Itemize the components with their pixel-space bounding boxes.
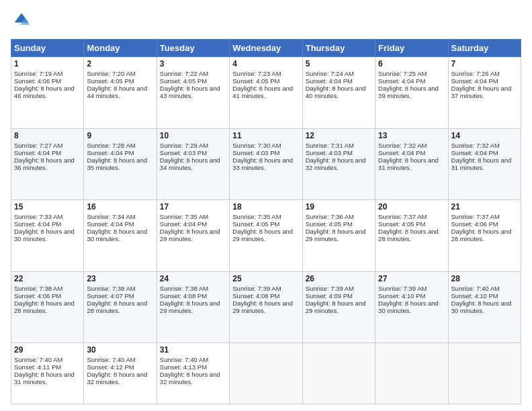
day-number: 19 [306, 202, 372, 212]
sunrise-label: Sunrise: 7:32 AM [378, 142, 427, 149]
sunrise-label: Sunrise: 7:27 AM [14, 142, 62, 149]
sunrise-label: Sunrise: 7:28 AM [87, 142, 135, 149]
day-number: 8 [14, 131, 81, 140]
calendar-cell: 8 Sunrise: 7:27 AM Sunset: 4:04 PM Dayli… [11, 128, 84, 200]
daylight-label: Daylight: 8 hours and 30 minutes. [378, 300, 439, 314]
calendar-cell: 23 Sunrise: 7:38 AM Sunset: 4:07 PM Dayl… [84, 271, 157, 343]
sunset-label: Sunset: 4:03 PM [160, 149, 207, 156]
sunset-label: Sunset: 4:05 PM [306, 220, 353, 228]
sunset-label: Sunset: 4:12 PM [87, 363, 134, 371]
sunrise-label: Sunrise: 7:32 AM [451, 142, 500, 149]
daylight-label: Daylight: 8 hours and 31 minutes. [451, 156, 512, 171]
calendar-cell: 2 Sunrise: 7:20 AM Sunset: 4:05 PM Dayli… [84, 57, 157, 129]
daylight-label: Daylight: 8 hours and 43 minutes. [160, 85, 220, 99]
sunrise-label: Sunrise: 7:37 AM [378, 213, 427, 220]
sunrise-label: Sunrise: 7:40 AM [451, 285, 500, 292]
sunrise-label: Sunrise: 7:30 AM [232, 142, 281, 149]
daylight-label: Daylight: 8 hours and 30 minutes. [451, 300, 512, 314]
calendar-cell: 9 Sunrise: 7:28 AM Sunset: 4:04 PM Dayli… [84, 128, 157, 200]
calendar-cell: 28 Sunrise: 7:40 AM Sunset: 4:10 PM Dayl… [448, 271, 521, 343]
daylight-label: Daylight: 8 hours and 44 minutes. [87, 85, 147, 99]
sunset-label: Sunset: 4:03 PM [232, 149, 279, 156]
logo-icon [12, 11, 31, 30]
sunset-label: Sunset: 4:06 PM [14, 292, 61, 300]
calendar-cell: 18 Sunrise: 7:35 AM Sunset: 4:05 PM Dayl… [230, 200, 302, 272]
day-number: 1 [14, 59, 81, 68]
day-number: 6 [378, 59, 445, 68]
day-number: 31 [160, 345, 226, 355]
calendar-cell: 29 Sunrise: 7:40 AM Sunset: 4:11 PM Dayl… [11, 343, 84, 404]
daylight-label: Daylight: 8 hours and 29 minutes. [160, 228, 220, 242]
sunset-label: Sunset: 4:10 PM [451, 292, 498, 300]
calendar-cell: 31 Sunrise: 7:40 AM Sunset: 4:13 PM Dayl… [157, 343, 229, 404]
sunrise-label: Sunrise: 7:35 AM [160, 213, 208, 220]
sunrise-label: Sunrise: 7:40 AM [14, 356, 62, 363]
daylight-label: Daylight: 8 hours and 36 minutes. [14, 156, 75, 171]
day-number: 10 [160, 131, 226, 140]
day-number: 30 [87, 345, 153, 355]
day-number: 25 [232, 274, 299, 283]
day-number: 20 [378, 202, 445, 212]
daylight-label: Daylight: 8 hours and 37 minutes. [451, 85, 512, 99]
sunset-label: Sunset: 4:06 PM [14, 77, 61, 85]
sunset-label: Sunset: 4:04 PM [160, 220, 207, 228]
calendar-cell: 13 Sunrise: 7:32 AM Sunset: 4:04 PM Dayl… [375, 128, 448, 200]
daylight-label: Daylight: 8 hours and 29 minutes. [232, 228, 293, 242]
day-number: 9 [87, 131, 153, 140]
day-number: 15 [14, 202, 81, 212]
calendar-cell: 4 Sunrise: 7:23 AM Sunset: 4:05 PM Dayli… [230, 57, 302, 129]
calendar-cell: 17 Sunrise: 7:35 AM Sunset: 4:04 PM Dayl… [157, 200, 229, 272]
sunset-label: Sunset: 4:06 PM [451, 220, 498, 228]
daylight-label: Daylight: 8 hours and 30 minutes. [14, 228, 75, 242]
calendar-cell: 15 Sunrise: 7:33 AM Sunset: 4:04 PM Dayl… [11, 200, 84, 272]
daylight-label: Daylight: 8 hours and 30 minutes. [87, 228, 147, 242]
sunset-label: Sunset: 4:08 PM [232, 292, 279, 300]
day-number: 26 [306, 274, 372, 283]
daylight-label: Daylight: 8 hours and 32 minutes. [306, 156, 366, 171]
calendar-cell: 20 Sunrise: 7:37 AM Sunset: 4:05 PM Dayl… [375, 200, 448, 272]
day-number: 2 [87, 59, 153, 68]
day-number: 24 [160, 274, 226, 283]
daylight-label: Daylight: 8 hours and 33 minutes. [232, 156, 293, 171]
weekday-header-sunday: Sunday [11, 40, 84, 57]
daylight-label: Daylight: 8 hours and 46 minutes. [14, 85, 75, 99]
sunrise-label: Sunrise: 7:24 AM [306, 70, 354, 77]
sunrise-label: Sunrise: 7:39 AM [232, 285, 281, 292]
sunset-label: Sunset: 4:04 PM [451, 149, 498, 156]
sunset-label: Sunset: 4:05 PM [232, 220, 279, 228]
sunset-label: Sunset: 4:04 PM [378, 77, 425, 85]
sunrise-label: Sunrise: 7:19 AM [14, 70, 62, 77]
daylight-label: Daylight: 8 hours and 29 minutes. [306, 300, 366, 314]
weekday-header-thursday: Thursday [302, 40, 375, 57]
sunrise-label: Sunrise: 7:20 AM [87, 70, 135, 77]
calendar-cell: 24 Sunrise: 7:38 AM Sunset: 4:08 PM Dayl… [157, 271, 229, 343]
daylight-label: Daylight: 8 hours and 29 minutes. [160, 300, 220, 314]
day-number: 3 [160, 59, 226, 68]
calendar-cell [230, 343, 302, 404]
calendar-table: SundayMondayTuesdayWednesdayThursdayFrid… [11, 39, 521, 404]
day-number: 22 [14, 274, 81, 283]
calendar-week-2: 8 Sunrise: 7:27 AM Sunset: 4:04 PM Dayli… [11, 128, 521, 200]
daylight-label: Daylight: 8 hours and 41 minutes. [232, 85, 293, 99]
day-number: 28 [451, 274, 518, 283]
calendar-cell: 30 Sunrise: 7:40 AM Sunset: 4:12 PM Dayl… [84, 343, 157, 404]
sunrise-label: Sunrise: 7:22 AM [160, 70, 208, 77]
weekday-header-monday: Monday [84, 40, 157, 57]
sunrise-label: Sunrise: 7:29 AM [160, 142, 208, 149]
sunrise-label: Sunrise: 7:40 AM [160, 356, 208, 363]
daylight-label: Daylight: 8 hours and 29 minutes. [306, 228, 366, 242]
sunset-label: Sunset: 4:09 PM [306, 292, 353, 300]
day-number: 16 [87, 202, 153, 212]
daylight-label: Daylight: 8 hours and 32 minutes. [160, 371, 220, 385]
daylight-label: Daylight: 8 hours and 31 minutes. [14, 371, 75, 385]
weekday-header-row: SundayMondayTuesdayWednesdayThursdayFrid… [11, 40, 521, 57]
sunset-label: Sunset: 4:05 PM [232, 77, 279, 85]
sunrise-label: Sunrise: 7:26 AM [451, 70, 500, 77]
sunrise-label: Sunrise: 7:38 AM [87, 285, 135, 292]
sunset-label: Sunset: 4:11 PM [14, 363, 61, 371]
daylight-label: Daylight: 8 hours and 28 minutes. [87, 300, 147, 314]
calendar-cell: 5 Sunrise: 7:24 AM Sunset: 4:04 PM Dayli… [302, 57, 375, 129]
weekday-header-friday: Friday [375, 40, 448, 57]
daylight-label: Daylight: 8 hours and 34 minutes. [160, 156, 220, 171]
daylight-label: Daylight: 8 hours and 40 minutes. [306, 85, 366, 99]
